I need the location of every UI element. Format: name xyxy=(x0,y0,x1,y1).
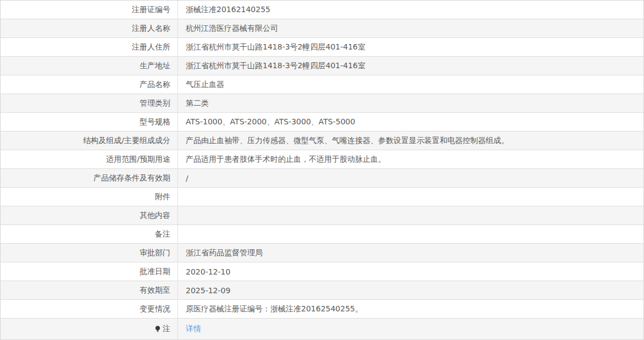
table-row: 备注 xyxy=(1,225,643,244)
row-label: 型号规格 xyxy=(1,113,178,131)
row-label-text: 备注 xyxy=(155,229,170,239)
table-row: 注册人住所 浙江省杭州市莫干山路1418-3号2幢四层401-416室 xyxy=(1,38,643,57)
row-value: 2020-12-10 xyxy=(178,262,643,281)
row-value-text: 浙江省药品监督管理局 xyxy=(186,248,263,258)
row-label: 有效期至 xyxy=(1,281,178,299)
row-label: 注册人名称 xyxy=(1,19,178,37)
row-value: ATS-1000、ATS-2000、ATS-3000、ATS-5000 xyxy=(178,113,643,131)
registration-detail-table: 注册证编号 浙械注准20162140255 注册人名称 杭州江浩医疗器械有限公司… xyxy=(0,0,644,340)
row-value xyxy=(178,225,643,243)
row-value xyxy=(178,206,643,224)
table-row: 型号规格 ATS-1000、ATS-2000、ATS-3000、ATS-5000 xyxy=(1,113,643,131)
row-label: 备注 xyxy=(1,225,178,243)
row-value-text: 浙械注准20162140255 xyxy=(186,5,270,15)
row-label-text: 审批部门 xyxy=(140,248,170,258)
table-row: 结构及组成/主要组成成分 产品由止血袖带、压力传感器、微型气泵、气嘴连接器、参数… xyxy=(1,131,643,150)
table-row: 附件 xyxy=(1,188,643,206)
row-value: 详情 xyxy=(178,319,643,339)
row-label-text: 注册证编号 xyxy=(132,5,170,15)
table-row: 生产地址 浙江省杭州市莫干山路1418-3号2幢四层401-416室 xyxy=(1,57,643,75)
row-label-text: 变更情况 xyxy=(140,304,170,314)
table-row: 注册人名称 杭州江浩医疗器械有限公司 xyxy=(1,19,643,38)
row-label: 注 xyxy=(1,319,178,339)
table-row: 有效期至 2025-12-09 xyxy=(1,281,643,300)
row-value-text: 2025-12-09 xyxy=(186,286,230,295)
row-value: 浙江省杭州市莫干山路1418-3号2幢四层401-416室 xyxy=(178,57,643,75)
row-label-text: 注册人名称 xyxy=(132,24,170,34)
row-value: 杭州江浩医疗器械有限公司 xyxy=(178,19,643,37)
row-label: 管理类别 xyxy=(1,94,178,112)
row-value-text: 杭州江浩医疗器械有限公司 xyxy=(186,24,278,34)
row-label-text: 其他内容 xyxy=(140,211,170,221)
row-label: 生产地址 xyxy=(1,57,178,75)
row-label: 结构及组成/主要组成成分 xyxy=(1,131,178,150)
row-label-text: 产品储存条件及有效期 xyxy=(93,173,170,183)
row-label: 变更情况 xyxy=(1,300,178,318)
row-label: 注册人住所 xyxy=(1,38,178,56)
row-value-text: 第二类 xyxy=(186,98,209,108)
row-value-text: 产品适用于患者肢体手术时的止血，不适用于股动脉止血。 xyxy=(186,155,386,164)
row-label: 批准日期 xyxy=(1,262,178,281)
table-row: 其他内容 xyxy=(1,206,643,225)
row-label-text: 有效期至 xyxy=(140,286,170,295)
row-value-text: 产品由止血袖带、压力传感器、微型气泵、气嘴连接器、参数设置显示装置和电器控制器组… xyxy=(186,136,509,146)
row-label: 其他内容 xyxy=(1,206,178,224)
row-value-text: 浙江省杭州市莫干山路1418-3号2幢四层401-416室 xyxy=(186,42,365,52)
row-label-text: 结构及组成/主要组成成分 xyxy=(83,136,170,146)
row-label-text: 附件 xyxy=(155,192,170,202)
row-label: 附件 xyxy=(1,188,178,206)
row-value: 2025-12-09 xyxy=(178,281,643,299)
row-label-text: 型号规格 xyxy=(140,117,170,127)
row-label-text: 产品名称 xyxy=(140,80,170,90)
row-value: 产品适用于患者肢体手术时的止血，不适用于股动脉止血。 xyxy=(178,150,643,168)
table-row: 适用范围/预期用途 产品适用于患者肢体手术时的止血，不适用于股动脉止血。 xyxy=(1,150,643,169)
row-value-text: 2020-12-10 xyxy=(186,267,230,276)
row-value: 产品由止血袖带、压力传感器、微型气泵、气嘴连接器、参数设置显示装置和电器控制器组… xyxy=(178,131,643,150)
table-row: 注册证编号 浙械注准20162140255 xyxy=(1,1,643,19)
row-label-text: 注册人住所 xyxy=(132,42,170,52)
row-label-text: 注 xyxy=(163,324,170,334)
row-value-text: ATS-1000、ATS-2000、ATS-3000、ATS-5000 xyxy=(186,117,355,127)
lightbulb-icon xyxy=(154,325,162,333)
row-label-text: 管理类别 xyxy=(140,98,170,108)
row-value: 浙械注准20162140255 xyxy=(178,1,643,19)
row-label-text: 适用范围/预期用途 xyxy=(106,155,170,164)
row-value-text: 原医疗器械注册证编号：浙械注准20162540255。 xyxy=(186,304,363,314)
row-label: 审批部门 xyxy=(1,244,178,262)
detail-link[interactable]: 详情 xyxy=(186,324,201,334)
row-value-text: 浙江省杭州市莫干山路1418-3号2幢四层401-416室 xyxy=(186,61,365,71)
table-row: 注 详情 xyxy=(1,319,643,339)
row-label-text: 批准日期 xyxy=(140,267,170,277)
row-label: 产品名称 xyxy=(1,75,178,94)
row-value-text: 气压止血器 xyxy=(186,80,224,90)
table-row: 管理类别 第二类 xyxy=(1,94,643,113)
row-value: 气压止血器 xyxy=(178,75,643,94)
row-label: 注册证编号 xyxy=(1,1,178,19)
table-row: 审批部门 浙江省药品监督管理局 xyxy=(1,244,643,262)
row-value: 浙江省药品监督管理局 xyxy=(178,244,643,262)
row-label: 产品储存条件及有效期 xyxy=(1,169,178,187)
row-label-text: 生产地址 xyxy=(140,61,170,71)
row-value: 第二类 xyxy=(178,94,643,112)
row-value: / xyxy=(178,169,643,187)
row-label: 适用范围/预期用途 xyxy=(1,150,178,168)
row-value: 原医疗器械注册证编号：浙械注准20162540255。 xyxy=(178,300,643,318)
row-value-text: / xyxy=(186,174,188,183)
table-row: 变更情况 原医疗器械注册证编号：浙械注准20162540255。 xyxy=(1,300,643,319)
table-row: 产品储存条件及有效期 / xyxy=(1,169,643,188)
row-value: 浙江省杭州市莫干山路1418-3号2幢四层401-416室 xyxy=(178,38,643,56)
table-row: 产品名称 气压止血器 xyxy=(1,75,643,94)
row-value xyxy=(178,188,643,206)
table-row: 批准日期 2020-12-10 xyxy=(1,262,643,281)
